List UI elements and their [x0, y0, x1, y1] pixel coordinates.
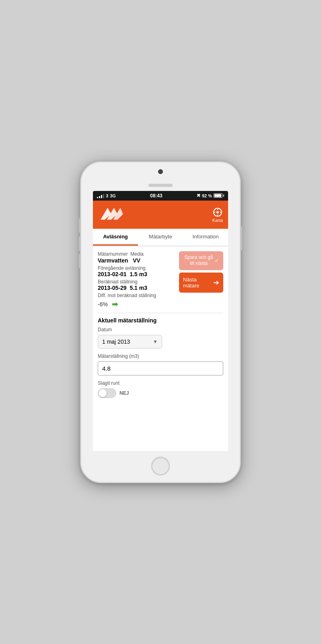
- status-right: ✖ 92 %: [197, 193, 224, 198]
- signal-bars: [97, 193, 104, 198]
- save-next-button[interactable]: Spara och gå till nästa ✓: [179, 251, 223, 270]
- bar1: [97, 197, 98, 198]
- meter-number-label: Mätarnummer Media: [98, 251, 176, 257]
- prev-reading-value: 2013-02-01 1.5 m3: [98, 271, 176, 277]
- next-meter-button[interactable]: Nästa mätare ➔: [179, 273, 223, 293]
- prev-reading-label: Föregående avläsning: [98, 265, 176, 271]
- home-button[interactable]: [151, 457, 170, 475]
- slagit-toggle-row: NEJ: [98, 388, 223, 398]
- date-value: 1 maj 2013: [102, 338, 130, 345]
- toggle-knob: [99, 389, 107, 397]
- current-section-title: Aktuell mätarställning: [98, 317, 223, 324]
- matarst-input[interactable]: [98, 361, 223, 375]
- meter-details: Mätarnummer Media Varmvatten VV Föregåen…: [98, 251, 176, 298]
- bar4: [103, 194, 104, 198]
- status-left: 3 3G: [97, 193, 116, 198]
- app-header: Karta: [93, 201, 228, 229]
- arrow-icon: ➔: [213, 278, 219, 287]
- status-bar: 3 3G 08:43 ✖ 92 %: [93, 191, 228, 201]
- front-camera: [158, 169, 163, 174]
- bar3: [101, 195, 102, 198]
- battery-body: [214, 193, 222, 198]
- signal-number: 3: [106, 193, 108, 198]
- battery-percent: 92 %: [202, 193, 212, 198]
- diff-percent: -6%: [98, 301, 108, 308]
- battery-fill: [214, 194, 221, 197]
- phone-top: [81, 162, 240, 191]
- calc-value: 2013-05-29 5.1 m3: [98, 285, 176, 291]
- action-buttons: Spara och gå till nästa ✓ Nästa mätare ➔: [179, 251, 223, 293]
- network-type: 3G: [110, 193, 116, 198]
- map-button-label: Karta: [212, 218, 223, 223]
- content-area: Mätarnummer Media Varmvatten VV Föregåen…: [93, 246, 228, 403]
- checkmark-icon: ✓: [214, 257, 219, 264]
- next-meter-label: Nästa mätare: [183, 277, 213, 289]
- phone-frame: 3 3G 08:43 ✖ 92 %: [80, 161, 241, 483]
- slagit-label: Slagit runt: [98, 380, 223, 386]
- tabs-container: Avläsning Mätarbyte Information: [93, 229, 228, 246]
- chevron-down-icon: ▼: [153, 339, 158, 345]
- save-next-label: Spara och gå till nästa: [183, 254, 214, 267]
- bluetooth-icon: ✖: [197, 193, 200, 198]
- diff-row: -6% ➡: [98, 300, 223, 309]
- slagit-toggle[interactable]: [98, 388, 116, 398]
- meter-name-value: Varmvatten VV: [98, 257, 176, 264]
- volume-down-button[interactable]: [79, 254, 80, 268]
- phone-bottom: [151, 451, 170, 482]
- status-time: 08:43: [150, 193, 163, 199]
- meter-info-row: Mätarnummer Media Varmvatten VV Föregåen…: [98, 251, 223, 298]
- tab-matarbyte[interactable]: Mätarbyte: [138, 229, 183, 246]
- map-button[interactable]: Karta: [212, 207, 223, 223]
- app-logo: [98, 204, 126, 226]
- tab-information[interactable]: Information: [183, 229, 228, 246]
- calc-label: Beräknad ställning: [98, 279, 176, 285]
- svg-point-1: [217, 211, 218, 213]
- tab-avlasning[interactable]: Avläsning: [93, 229, 138, 246]
- diff-arrow-icon: ➡: [112, 300, 118, 309]
- matarst-label: Mätarställning (m3): [98, 353, 223, 359]
- speaker: [148, 184, 173, 187]
- toggle-off-label: NEJ: [119, 390, 129, 396]
- section-divider: [98, 313, 223, 313]
- diff-label: Diff. mot beräknad ställning: [98, 293, 176, 298]
- battery-tip: [223, 195, 224, 197]
- datum-label: Datum: [98, 327, 223, 332]
- battery-icon: [214, 193, 224, 198]
- volume-up-button[interactable]: [79, 236, 80, 251]
- phone-screen: 3 3G 08:43 ✖ 92 %: [93, 191, 228, 451]
- bar2: [99, 196, 100, 198]
- date-picker[interactable]: 1 maj 2013 ▼: [98, 335, 162, 349]
